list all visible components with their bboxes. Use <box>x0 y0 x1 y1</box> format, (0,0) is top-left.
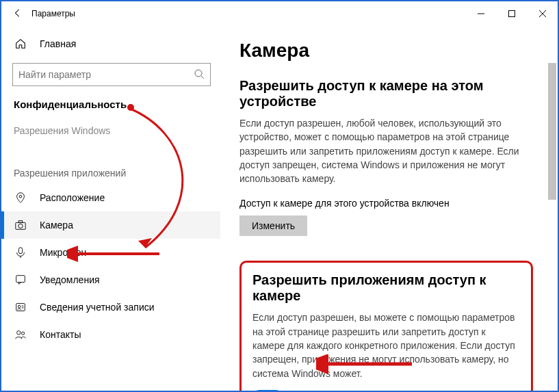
notification-icon <box>14 273 27 287</box>
sidebar-subheader-apps: Разрешения приложений <box>1 159 220 184</box>
search-icon <box>194 68 205 81</box>
search-input[interactable] <box>18 69 194 80</box>
sidebar-item-label: Расположение <box>40 192 105 203</box>
location-icon <box>14 191 27 205</box>
sidebar: Главная Конфиденциальность Разрешения Wi… <box>1 26 220 391</box>
sidebar-item-location[interactable]: Расположение <box>1 184 220 211</box>
svg-rect-1 <box>508 11 515 17</box>
sidebar-item-microphone[interactable]: Микрофон <box>1 239 220 266</box>
microphone-icon <box>14 246 27 259</box>
section1-description: Если доступ разрешен, любой человек, исп… <box>239 116 534 185</box>
camera-apps-toggle[interactable] <box>252 390 283 391</box>
scrollbar[interactable] <box>548 63 556 200</box>
section1-status: Доступ к камере для этого устройства вкл… <box>239 198 537 209</box>
svg-point-16 <box>17 331 21 335</box>
search-box[interactable] <box>12 63 211 86</box>
maximize-button[interactable] <box>496 4 527 23</box>
close-button[interactable] <box>527 4 558 23</box>
back-button[interactable] <box>8 8 27 20</box>
titlebar: Параметры <box>1 1 558 26</box>
svg-point-4 <box>195 70 202 77</box>
sidebar-item-label: Контакты <box>40 329 81 340</box>
change-button[interactable]: Изменить <box>239 215 307 236</box>
svg-point-17 <box>22 332 25 335</box>
sidebar-item-label: Уведомления <box>40 274 100 285</box>
content-pane: Камера Разрешить доступ к камере на этом… <box>220 26 558 391</box>
sidebar-item-label: Камера <box>40 220 73 231</box>
section1-title: Разрешить доступ к камере на этом устрой… <box>239 78 537 109</box>
account-icon <box>14 300 27 314</box>
sidebar-item-label: Микрофон <box>40 247 86 258</box>
window-title: Параметры <box>31 9 75 18</box>
svg-rect-11 <box>16 276 25 283</box>
sidebar-home[interactable]: Главная <box>1 30 220 57</box>
section2-description: Если доступ разрешен, вы можете с помощь… <box>252 311 520 380</box>
camera-icon <box>14 218 27 232</box>
section2-highlight: Разрешить приложениям доступ к камере Ес… <box>239 261 533 391</box>
contacts-icon <box>14 328 27 341</box>
sidebar-item-label: Сведения учетной записи <box>40 302 155 313</box>
window-controls <box>465 4 558 23</box>
svg-point-13 <box>18 305 21 308</box>
sidebar-item-account-info[interactable]: Сведения учетной записи <box>1 293 220 321</box>
sidebar-item-camera[interactable]: Камера <box>1 211 220 239</box>
sidebar-subheader-windows: Разрешения Windows <box>1 117 220 142</box>
page-title: Камера <box>239 40 537 62</box>
svg-line-5 <box>201 76 204 79</box>
sidebar-home-label: Главная <box>40 38 76 49</box>
sidebar-item-notifications[interactable]: Уведомления <box>1 266 220 293</box>
svg-rect-9 <box>18 221 22 223</box>
minimize-button[interactable] <box>465 4 496 23</box>
svg-point-8 <box>18 224 23 228</box>
svg-rect-10 <box>18 248 22 254</box>
svg-point-6 <box>19 195 22 198</box>
home-icon <box>14 37 27 51</box>
sidebar-group-privacy: Конфиденциальность <box>1 96 220 117</box>
sidebar-item-contacts[interactable]: Контакты <box>1 321 220 348</box>
section2-title: Разрешить приложениям доступ к камере <box>252 272 520 304</box>
